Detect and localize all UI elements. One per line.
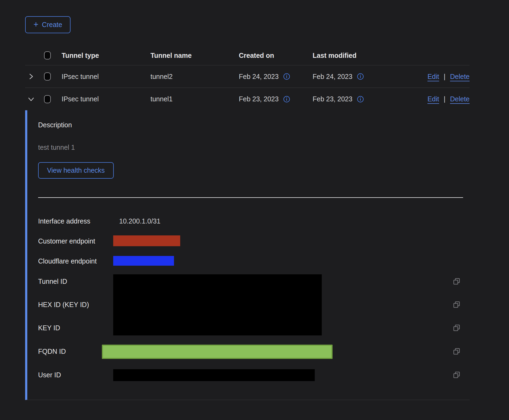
table-row-tunnel2: IPsec tunnel tunnel2 Feb 24, 2023 Feb 24… bbox=[25, 65, 470, 88]
plus-icon: + bbox=[34, 20, 38, 29]
select-all-checkbox[interactable] bbox=[44, 51, 51, 59]
tunnel-id-redacted bbox=[113, 274, 322, 335]
customer-endpoint-label: Customer endpoint bbox=[38, 237, 95, 245]
tunnel-name-cell: tunnel1 bbox=[149, 95, 237, 103]
cloudflare-endpoint-label: Cloudflare endpoint bbox=[38, 257, 97, 265]
last-modified-cell: Feb 23, 2023 bbox=[313, 95, 352, 103]
tunnel-id-label: Tunnel ID bbox=[38, 277, 67, 286]
action-separator: | bbox=[444, 73, 446, 81]
tunnel-name-cell: tunnel2 bbox=[149, 73, 237, 81]
delete-link[interactable]: Delete bbox=[450, 73, 470, 81]
info-icon[interactable] bbox=[357, 96, 364, 103]
header-created-on: Created on bbox=[237, 52, 311, 59]
view-health-checks-button[interactable]: View health checks bbox=[38, 162, 114, 179]
info-icon[interactable] bbox=[357, 73, 364, 80]
copy-icon bbox=[453, 348, 460, 355]
created-on-cell: Feb 24, 2023 bbox=[239, 73, 279, 81]
interface-address-label: Interface address bbox=[38, 217, 90, 225]
copy-icon bbox=[453, 278, 460, 285]
copy-icon bbox=[453, 324, 460, 331]
description-value: test tunnel 1 bbox=[38, 144, 75, 151]
interface-address-value: 10.200.1.0/31 bbox=[119, 217, 160, 225]
info-icon[interactable] bbox=[283, 96, 290, 103]
customer-endpoint-redacted bbox=[113, 235, 180, 246]
copy-hex-id-button[interactable] bbox=[453, 301, 460, 308]
collapse-row-button[interactable] bbox=[28, 96, 34, 102]
tunnels-table: Tunnel type Tunnel name Created on Last … bbox=[25, 46, 470, 400]
chevron-down-icon bbox=[28, 96, 34, 102]
table-row-tunnel1: IPsec tunnel tunnel1 Feb 23, 2023 Feb 23… bbox=[25, 88, 470, 110]
header-tunnel-type: Tunnel type bbox=[60, 52, 149, 59]
main-content: + Create Tunnel type Tunnel name Created… bbox=[25, 0, 470, 400]
user-id-label: User ID bbox=[38, 371, 61, 379]
create-button-label: Create bbox=[42, 21, 62, 29]
row-checkbox[interactable] bbox=[44, 95, 51, 103]
info-icon[interactable] bbox=[283, 73, 290, 80]
key-id-label: KEY ID bbox=[38, 324, 60, 332]
header-last-modified: Last modified bbox=[311, 52, 385, 59]
copy-fqdn-id-button[interactable] bbox=[453, 348, 460, 355]
table-header-row: Tunnel type Tunnel name Created on Last … bbox=[25, 46, 470, 65]
tunnel-type-cell: IPsec tunnel bbox=[60, 95, 149, 103]
cloudflare-endpoint-redacted bbox=[113, 256, 174, 266]
header-checkbox-cell bbox=[40, 51, 60, 59]
copy-icon bbox=[453, 371, 460, 378]
section-divider bbox=[38, 197, 463, 198]
copy-key-id-button[interactable] bbox=[453, 324, 460, 331]
description-label: Description bbox=[38, 121, 72, 129]
row-checkbox[interactable] bbox=[44, 72, 51, 81]
hex-id-label: HEX ID (KEY ID) bbox=[38, 300, 89, 309]
action-separator: | bbox=[444, 95, 446, 103]
fqdn-id-label: FQDN ID bbox=[38, 347, 66, 356]
created-on-cell: Feb 23, 2023 bbox=[239, 95, 279, 103]
tunnel-type-cell: IPsec tunnel bbox=[60, 73, 149, 81]
create-button[interactable]: + Create bbox=[25, 16, 71, 33]
delete-link[interactable]: Delete bbox=[450, 95, 470, 103]
copy-user-id-button[interactable] bbox=[453, 371, 460, 378]
edit-link[interactable]: Edit bbox=[427, 95, 439, 103]
expanded-tunnel-details: Description test tunnel 1 View health ch… bbox=[25, 110, 470, 400]
fqdn-id-redacted bbox=[102, 345, 333, 359]
expand-row-button[interactable] bbox=[28, 73, 34, 80]
user-id-redacted bbox=[113, 369, 315, 381]
copy-tunnel-id-button[interactable] bbox=[453, 278, 460, 285]
last-modified-cell: Feb 24, 2023 bbox=[313, 73, 352, 81]
copy-icon bbox=[453, 301, 460, 308]
edit-link[interactable]: Edit bbox=[427, 73, 439, 81]
chevron-right-icon bbox=[28, 73, 34, 80]
header-tunnel-name: Tunnel name bbox=[149, 52, 237, 59]
